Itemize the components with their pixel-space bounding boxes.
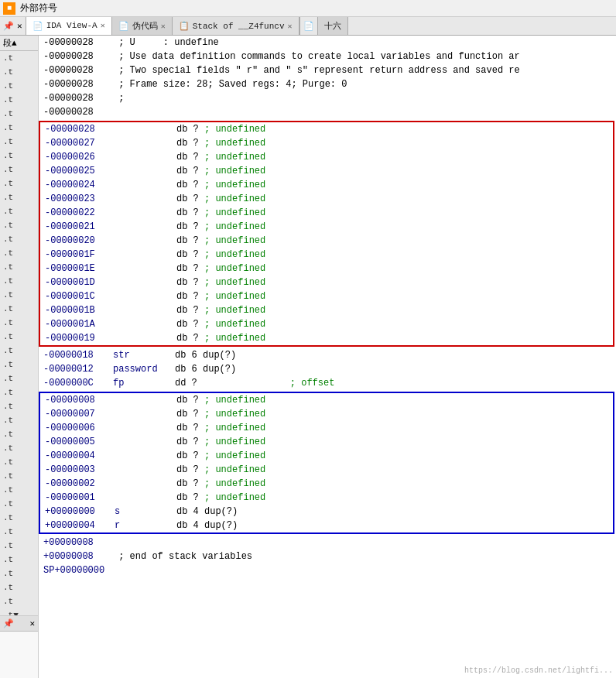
- table-row[interactable]: -00000008 db ? ; undefined: [40, 393, 613, 407]
- label-field: [115, 393, 176, 407]
- table-row[interactable]: +00000008 ; end of stack variables: [39, 550, 616, 563]
- table-row[interactable]: -00000028 db ? ; undefined: [40, 122, 613, 136]
- label-field: [115, 248, 176, 262]
- gutter-line: .t: [0, 316, 38, 330]
- table-row[interactable]: -00000025 db ? ; undefined: [40, 164, 613, 178]
- label-field: str: [113, 348, 175, 362]
- code-line-comment-3[interactable]: -00000028 ; Two special fields " r" and …: [39, 63, 616, 77]
- gutter-line: .t: [0, 441, 38, 455]
- gutter-pin-icon[interactable]: 📌: [3, 21, 14, 31]
- table-row[interactable]: -0000001B db ? ; undefined: [40, 303, 613, 317]
- table-row[interactable]: -0000001C db ? ; undefined: [40, 289, 613, 303]
- label-field: [115, 122, 176, 136]
- gutter-line: .t: [0, 497, 38, 511]
- title-bar: ■ 外部符号: [0, 0, 616, 17]
- gutter-line: .t: [0, 51, 38, 65]
- tab-ida-view[interactable]: 📄 IDA View-A ✕: [26, 17, 112, 36]
- bottom-gutter-close[interactable]: ✕: [29, 618, 35, 628]
- label-field: password: [113, 362, 175, 376]
- gutter-t-39: .t: [3, 583, 13, 592]
- gutter-t-9: .t: [3, 165, 13, 174]
- instr: db ? ; undefined: [176, 491, 265, 505]
- table-row[interactable]: +00000004 r db 4 dup(?): [40, 519, 613, 532]
- gutter-line: .t: [0, 274, 38, 288]
- table-row[interactable]: -00000022 db ? ; undefined: [40, 206, 613, 220]
- table-row[interactable]: -00000001 db ? ; undefined: [40, 491, 613, 505]
- table-row[interactable]: -00000006 db ? ; undefined: [40, 421, 613, 435]
- table-row[interactable]: -00000019 db ? ; undefined: [40, 331, 613, 345]
- addr: -0000001D: [45, 276, 115, 289]
- gutter-t-6: .t: [3, 123, 13, 132]
- instr: db ? ; undefined: [176, 136, 265, 150]
- table-row[interactable]: -00000023 db ? ; undefined: [40, 192, 613, 206]
- addr: +00000004: [45, 519, 115, 532]
- gutter-t-3: .t: [3, 81, 13, 91]
- table-row[interactable]: -0000001A db ? ; undefined: [40, 317, 613, 331]
- tab-ida-view-close[interactable]: ✕: [101, 21, 105, 30]
- gutter-t-11: .t: [3, 193, 13, 202]
- gutter-t-37: .t: [3, 555, 13, 564]
- tab-pseudocode-icon: 📄: [118, 21, 129, 31]
- tab-stack-close[interactable]: ✕: [288, 22, 293, 31]
- code-view[interactable]: -00000028 ; U : undefine -00000028 ; Use…: [39, 36, 616, 678]
- table-row[interactable]: -0000001E db ? ; undefined: [40, 262, 613, 276]
- gutter-line: .t: [0, 385, 38, 399]
- gutter-line: .t: [0, 567, 38, 580]
- table-row[interactable]: SP+00000000: [39, 563, 616, 577]
- addr: -00000026: [45, 150, 115, 164]
- table-row[interactable]: +00000008: [39, 536, 616, 550]
- gutter-close-icon[interactable]: ✕: [17, 21, 22, 31]
- code-line-comment-4[interactable]: -00000028 ; Frame size: 28; Saved regs: …: [39, 77, 616, 91]
- bottom-gutter-pin[interactable]: 📌: [3, 618, 14, 628]
- gutter-line: .t: [0, 358, 38, 372]
- gutter-t-8: .t: [3, 151, 13, 160]
- code-line-comment-5[interactable]: -00000028 ;: [39, 91, 616, 105]
- table-row[interactable]: +00000000 s db 4 dup(?): [40, 505, 613, 519]
- red-box-section: -00000028 db ? ; undefined -00000027 db …: [39, 121, 614, 347]
- table-row[interactable]: -00000003 db ? ; undefined: [40, 463, 613, 477]
- code-line-blank[interactable]: -00000028: [39, 105, 616, 119]
- addr: -00000005: [45, 435, 115, 449]
- table-row[interactable]: -00000018 str db 6 dup(?): [39, 348, 616, 362]
- gutter-t-29: .t: [3, 443, 13, 453]
- instr: db 6 dup(?): [175, 348, 236, 362]
- instr: db ? ; undefined: [176, 477, 265, 491]
- table-row[interactable]: -00000002 db ? ; undefined: [40, 477, 613, 491]
- tab-hex[interactable]: 十六: [318, 17, 348, 36]
- table-row[interactable]: -00000005 db ? ; undefined: [40, 435, 613, 449]
- gutter-t-32: .t: [3, 485, 13, 495]
- table-row[interactable]: -00000007 db ? ; undefined: [40, 407, 613, 421]
- tab-pseudocode[interactable]: 📄 伪代码 ✕: [112, 17, 173, 36]
- table-row[interactable]: -0000001F db ? ; undefined: [40, 248, 613, 262]
- table-row[interactable]: -00000026 db ? ; undefined: [40, 150, 613, 164]
- table-row[interactable]: -00000012 password db 6 dup(?): [39, 362, 616, 376]
- label-field: [115, 449, 176, 463]
- gutter-line: .t: [0, 232, 38, 246]
- code-line-comment-2[interactable]: -00000028 ; Use data definition commands…: [39, 50, 616, 63]
- label-field: [115, 164, 176, 178]
- gutter-line: .t: [0, 302, 38, 316]
- tab-stack[interactable]: 📋 Stack of __Z4funcv ✕: [173, 17, 299, 36]
- code-line-comment-1[interactable]: -00000028 ; U : undefine: [39, 36, 616, 50]
- instr: db ? ; undefined: [176, 463, 265, 477]
- table-row[interactable]: -00000004 db ? ; undefined: [40, 449, 613, 463]
- gutter-t-27: .t: [3, 416, 13, 425]
- code-text: ; Frame size: 28; Saved regs: 4; Purge: …: [113, 77, 347, 91]
- addr: -00000028: [43, 36, 113, 50]
- table-row[interactable]: -00000020 db ? ; undefined: [40, 234, 613, 248]
- table-row[interactable]: -00000027 db ? ; undefined: [40, 136, 613, 150]
- addr: -0000001A: [45, 317, 115, 331]
- addr: -00000008: [45, 393, 115, 407]
- label-field: fp: [113, 376, 175, 390]
- table-row[interactable]: -0000001D db ? ; undefined: [40, 276, 613, 289]
- table-row[interactable]: -0000000C fp dd ? ; offset: [39, 376, 616, 390]
- addr: -0000001B: [45, 303, 115, 317]
- label-field: [115, 234, 176, 248]
- gutter-line: .t: [0, 93, 38, 107]
- instr: db ? ; undefined: [176, 150, 265, 164]
- table-row[interactable]: -00000024 db ? ; undefined: [40, 178, 613, 192]
- label-field: [115, 192, 176, 206]
- tab-pseudocode-close[interactable]: ✕: [161, 22, 166, 31]
- table-row[interactable]: -00000021 db ? ; undefined: [40, 220, 613, 234]
- title-bar-icon: ■: [3, 2, 15, 15]
